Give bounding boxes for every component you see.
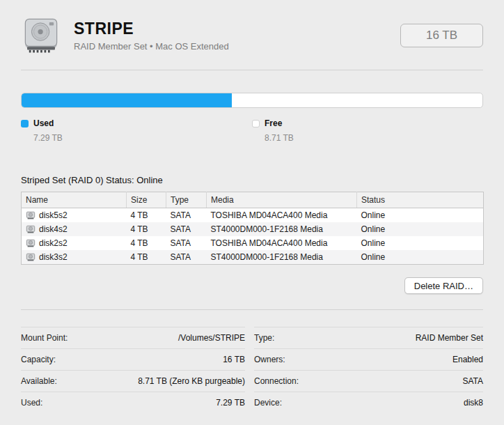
member-name: disk5s2 [39, 210, 68, 220]
info-column-right: Type: RAID Member Set Owners: Enabled Co… [254, 327, 483, 413]
info-label: Type: [254, 333, 274, 343]
info-value: 16 TB [223, 355, 245, 364]
usage-legend: Used 7.29 TB Free 8.71 TB [21, 118, 483, 143]
used-swatch-icon [21, 120, 29, 128]
free-swatch-icon [252, 120, 260, 128]
disk-icon [26, 252, 36, 262]
info-label: Used: [21, 398, 42, 408]
member-media: TOSHIBA MD04ACA400 Media [207, 236, 357, 250]
table-header-row: Name Size Type Media Status [22, 192, 484, 208]
info-row-type: Type: RAID Member Set [254, 327, 483, 348]
volume-title: STRIPE [74, 20, 229, 38]
info-label: Owners: [254, 355, 285, 364]
total-size-badge: 16 TB [400, 24, 483, 47]
info-value: RAID Member Set [416, 333, 483, 343]
member-size: 4 TB [127, 250, 166, 265]
info-row-used: Used: 7.29 TB [21, 392, 245, 413]
volume-subtitle: RAID Member Set • Mac OS Extended [74, 41, 229, 52]
disk-icon [26, 224, 36, 234]
info-column-left: Mount Point: /Volumes/STRIPE Capacity: 1… [21, 327, 245, 413]
member-size: 4 TB [127, 236, 166, 250]
member-name: disk3s2 [39, 252, 68, 262]
column-header-name[interactable]: Name [22, 192, 127, 208]
column-header-status[interactable]: Status [357, 192, 484, 208]
member-status: Online [357, 222, 484, 236]
free-label: Free [265, 118, 282, 128]
info-label: Capacity: [21, 355, 56, 364]
info-value: /Volumes/STRIPE [178, 333, 245, 343]
used-value: 7.29 TB [33, 133, 252, 143]
disk-utility-panel: STRIPE RAID Member Set • Mac OS Extended… [0, 0, 504, 425]
member-media: ST4000DM000-1F2168 Media [207, 250, 357, 265]
info-label: Available: [21, 376, 57, 386]
info-label: Device: [254, 398, 282, 408]
info-label: Connection: [254, 376, 299, 386]
info-label: Mount Point: [21, 333, 68, 343]
member-size: 4 TB [127, 208, 166, 223]
member-type: SATA [166, 236, 207, 250]
free-value: 8.71 TB [265, 133, 483, 143]
member-size: 4 TB [127, 222, 166, 236]
divider-top [21, 70, 483, 70]
volume-header: STRIPE RAID Member Set • Mac OS Extended… [21, 15, 483, 56]
info-value: 7.29 TB [216, 398, 245, 408]
info-value: disk8 [464, 398, 483, 408]
member-type: SATA [166, 222, 207, 236]
info-row-owners: Owners: Enabled [254, 348, 483, 370]
used-label: Used [33, 118, 54, 128]
column-header-type[interactable]: Type [166, 192, 207, 208]
info-value: SATA [462, 376, 483, 386]
member-media: TOSHIBA MD04ACA400 Media [207, 208, 357, 223]
usage-bar [21, 93, 483, 108]
member-name: disk4s2 [39, 224, 68, 234]
raid-status-title: Striped Set (RAID 0) Status: Online [21, 175, 483, 185]
info-value: 8.71 TB (Zero KB purgeable) [138, 376, 245, 386]
info-value: Enabled [452, 355, 483, 364]
divider-bottom [21, 309, 483, 310]
disk-icon [26, 238, 36, 248]
table-row[interactable]: disk4s2 4 TB SATA ST4000DM000-1F2168 Med… [22, 222, 484, 236]
info-row-mount-point: Mount Point: /Volumes/STRIPE [21, 327, 245, 348]
volume-info: Mount Point: /Volumes/STRIPE Capacity: 1… [21, 327, 483, 413]
member-name: disk2s2 [39, 238, 68, 248]
member-status: Online [357, 236, 484, 250]
member-media: ST4000DM000-1F2168 Media [207, 222, 357, 236]
usage-used-fill [22, 93, 232, 107]
table-row[interactable]: disk2s2 4 TB SATA TOSHIBA MD04ACA400 Med… [22, 236, 484, 250]
member-status: Online [357, 208, 484, 223]
column-header-size[interactable]: Size [127, 192, 166, 208]
member-status: Online [357, 250, 484, 265]
delete-raid-button[interactable]: Delete RAID… [404, 277, 483, 294]
member-type: SATA [166, 208, 207, 223]
hard-drive-icon [21, 15, 61, 56]
legend-used: Used 7.29 TB [21, 118, 252, 143]
table-row[interactable]: disk5s2 4 TB SATA TOSHIBA MD04ACA400 Med… [22, 208, 484, 223]
member-type: SATA [166, 250, 207, 265]
column-header-media[interactable]: Media [207, 192, 357, 208]
table-row[interactable]: disk3s2 4 TB SATA ST4000DM000-1F2168 Med… [22, 250, 484, 265]
info-row-connection: Connection: SATA [254, 370, 483, 392]
info-row-device: Device: disk8 [254, 392, 483, 413]
disk-icon [26, 210, 36, 220]
raid-members-table: Name Size Type Media Status disk5s2 4 TB… [21, 192, 484, 265]
info-row-available: Available: 8.71 TB (Zero KB purgeable) [21, 370, 245, 392]
legend-free: Free 8.71 TB [252, 118, 483, 143]
info-row-capacity: Capacity: 16 TB [21, 348, 245, 370]
